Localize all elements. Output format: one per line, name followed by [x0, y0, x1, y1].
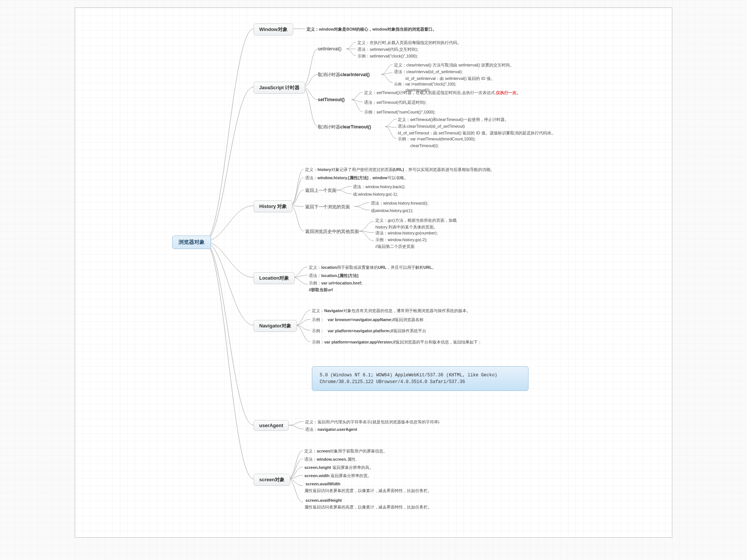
history-def: 定义：history对象记录了用户曾经浏览过的页面(URL)，并可以实现浏览器前…	[305, 167, 495, 173]
settimeout-def: 定义：setTimeout()计时器，在载入后延迟指定时间后,去执行一次表达式,…	[364, 90, 521, 96]
setinterval-def: 定义：在执行时,从载入页面后每隔指定的时间执行代码。	[357, 40, 461, 46]
history-back-b: 或:window.history.go(-1);	[353, 191, 398, 198]
history-forward[interactable]: 返回下一个浏览的页面	[305, 204, 350, 210]
location-syntax: 语法：location.[属性|方法]	[309, 273, 359, 279]
screen-availh: screen.availHeight属性返回访问者屏幕的高度，以像素计，减去界面…	[304, 497, 432, 510]
clearinterval-def: 定义：clearInterval() 方法可取消由 setInterval() …	[394, 62, 514, 69]
history-back[interactable]: 返回上一个页面	[305, 187, 337, 194]
root-node[interactable]: 浏览器对象	[172, 236, 211, 249]
history-other-def: 定义：go()方法，根据当前所处的页面，加载 history 列表中的某个具体的…	[375, 217, 457, 230]
history-forward-b: 或window.history.go(1);	[371, 208, 413, 214]
main-navigator[interactable]: Navigator对象	[254, 320, 297, 332]
settimeout-ex: 示例：setTimeout("numCount()",1000);	[364, 109, 436, 116]
mindmap-canvas: 浏览器对象 Window对象 JavaScript 计时器 History 对象…	[75, 7, 672, 538]
screen-availw: screen.availWidth属性返回访问者屏幕的宽度，以像素计，减去界面特…	[304, 481, 432, 494]
location-def: 定义：location用于获取或设置窗体的URL，并且可以用于解析URL。	[309, 264, 436, 271]
history-forward-a: 语法：window.history.forward();	[371, 200, 428, 207]
history-syntax: 语法：window.history.[属性|方法]，window可以省略。	[305, 175, 408, 181]
connectors	[75, 8, 672, 537]
screen-height: screen.height 返回屏幕分辨率的高。	[304, 464, 374, 471]
setinterval-ex: 示例：setInterval("clock()",1000);	[357, 53, 418, 60]
cleartimeout-syntax: 语法:clearTimeout(id_of_setTimeout) id_of_…	[398, 123, 555, 136]
cleartimeout-def: 定义：setTimeout()和clearTimeout()一起使用，停止计时器…	[398, 116, 509, 123]
settimeout-syntax: 语法：setTimeout(代码,延迟时间);	[364, 99, 426, 106]
ua-syntax: 语法：navigator.userAgent	[305, 426, 357, 433]
nav-ex2: 示例： var platform=navigator.platform;//返回…	[312, 328, 426, 335]
clearinterval-syntax: 语法：clearInterval(id_of_setInterval); id_…	[394, 69, 495, 82]
history-back-a: 语法：window.history.back();	[353, 184, 405, 190]
sub-cleartimeout[interactable]: 取消计时器clearTimeout()	[318, 124, 371, 130]
main-window[interactable]: Window对象	[254, 24, 293, 35]
window-def: 定义：window对象是BOM的核心，window对象指当前的浏览器窗口。	[307, 26, 437, 33]
main-history[interactable]: History 对象	[254, 200, 292, 212]
screen-syntax: 语法：window.screen.属性.	[304, 456, 357, 463]
history-other-ex: 示例：window.history.go(-2); //返回第二个历史页面	[375, 237, 427, 250]
history-other[interactable]: 返回浏览历史中的其他页面	[305, 228, 359, 235]
setinterval-syntax: 语法：setInterval(代码,交互时间);	[357, 46, 418, 53]
location-ex: 示例：var url=location.href;//获取当前url	[309, 280, 362, 293]
nav-ex1: 示例： var browser=navigator.appName;//返回浏览…	[312, 317, 424, 323]
ua-def: 定义：返回用户代理头的字符串表示(就是包括浏览器版本信息等的字符串)	[305, 419, 439, 426]
main-useragent[interactable]: userAgent	[254, 420, 289, 431]
history-other-syntax: 语法：window.history.go(number);	[375, 230, 438, 237]
nav-def: 定义：Navigator对象包含有关浏览器的信息，通常用于检测浏览器与操作系统的…	[312, 308, 471, 314]
main-timer[interactable]: JavaScript 计时器	[254, 82, 305, 94]
screen-width: screen.width 返回屏幕分辨率的宽。	[304, 473, 372, 479]
sub-settimeout[interactable]: setTimeout()	[318, 97, 345, 102]
main-location[interactable]: Location对象	[254, 272, 295, 284]
sub-setinterval[interactable]: setInterval()	[318, 46, 341, 52]
nav-ex3: 示例：var platform=navigator.appVersion;//返…	[312, 339, 482, 346]
sub-clearinterval[interactable]: 取消计时器clearInterval()	[318, 72, 370, 78]
ua-box: 5.0 (Windows NT 6.1; WOW64) AppleWebKit/…	[312, 366, 529, 391]
screen-def: 定义：screen对象用于获取用户的屏幕信息。	[304, 448, 387, 455]
cleartimeout-ex: 示例：var i=setTimeout(timedCount,1000); cl…	[398, 136, 475, 149]
main-screen[interactable]: screen对象	[254, 474, 290, 486]
